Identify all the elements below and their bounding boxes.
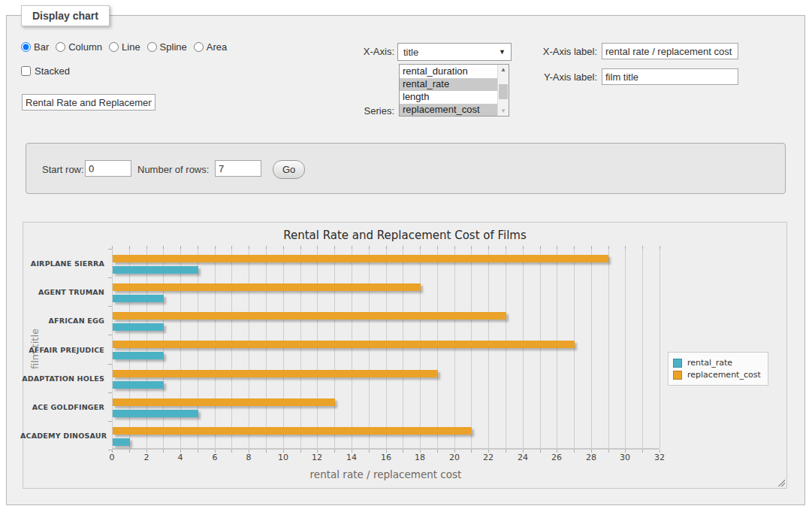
x-tick bbox=[352, 246, 352, 249]
x-tick bbox=[523, 246, 524, 249]
y-tick bbox=[108, 421, 112, 422]
chart-type-radio-area[interactable] bbox=[194, 42, 204, 52]
series-listbox[interactable]: rental_durationrental_ratelengthreplacem… bbox=[399, 64, 509, 117]
chart-type-radio-line[interactable] bbox=[109, 42, 119, 52]
replacement_cost-bar bbox=[113, 283, 421, 291]
chart-title-input[interactable] bbox=[22, 94, 155, 111]
stacked-checkbox-row[interactable]: Stacked bbox=[21, 65, 70, 77]
category-label: ADAPTATION HOLES bbox=[20, 374, 104, 383]
x-tick bbox=[334, 450, 335, 453]
scroll-down-icon[interactable]: ▼ bbox=[498, 106, 509, 116]
rental_rate-bar bbox=[113, 266, 198, 274]
rental_rate-bar bbox=[113, 381, 164, 389]
x-tick bbox=[180, 246, 181, 249]
stacked-label: Stacked bbox=[35, 65, 70, 77]
start-row-input[interactable] bbox=[85, 160, 131, 177]
x-tick-label: 16 bbox=[381, 453, 391, 462]
y-tick bbox=[108, 364, 112, 365]
gridline bbox=[146, 249, 147, 448]
series-option-replacement_cost[interactable]: replacement_cost bbox=[400, 104, 497, 117]
legend-item: replacement_cost bbox=[673, 370, 761, 380]
legend-label: rental_rate bbox=[687, 358, 732, 368]
gridline bbox=[231, 249, 232, 448]
x-tick bbox=[300, 450, 301, 453]
resize-handle-icon[interactable] bbox=[777, 478, 785, 486]
scroll-up-icon[interactable]: ▲ bbox=[498, 65, 509, 74]
x-tick-label: 12 bbox=[312, 453, 322, 462]
gridline bbox=[386, 249, 387, 448]
chart-type-radio-bar[interactable] bbox=[21, 42, 31, 52]
chart-type-radio-column[interactable] bbox=[56, 42, 65, 52]
gridline bbox=[266, 249, 267, 448]
x-tick bbox=[488, 246, 489, 249]
gridline bbox=[660, 249, 660, 448]
chart-type-option-label: Area bbox=[207, 41, 227, 53]
category-label: AFFAIR PREJUDICE bbox=[20, 346, 104, 354]
rental_rate-bar bbox=[113, 438, 130, 446]
series-option-rental_rate[interactable]: rental_rate bbox=[400, 78, 497, 91]
x-tick bbox=[249, 246, 249, 249]
x-tick bbox=[642, 246, 643, 249]
x-tick bbox=[437, 450, 438, 453]
gridline bbox=[471, 249, 472, 448]
listbox-scrollbar[interactable]: ▲ ▼ bbox=[497, 65, 509, 116]
x-tick bbox=[163, 450, 164, 453]
number-of-rows-input[interactable] bbox=[215, 160, 261, 177]
x-axis-selected-value: title bbox=[403, 47, 418, 58]
x-tick bbox=[266, 246, 267, 249]
y-axis-label-input[interactable] bbox=[602, 68, 738, 85]
x-axis-label-input[interactable] bbox=[602, 43, 738, 59]
series-option-length[interactable]: length bbox=[400, 91, 497, 104]
x-tick bbox=[574, 246, 575, 249]
gridline bbox=[557, 249, 557, 448]
x-tick bbox=[386, 246, 387, 249]
x-tick bbox=[403, 246, 403, 249]
y-tick bbox=[108, 277, 112, 278]
x-axis-select[interactable]: title ▼ bbox=[397, 43, 512, 61]
chart-type-option-column[interactable]: Column bbox=[56, 41, 102, 53]
chart-type-radio-group: BarColumnLineSplineArea bbox=[21, 41, 234, 53]
x-tick bbox=[198, 450, 198, 453]
category-label: AGENT TRUMAN bbox=[20, 288, 104, 296]
rental_rate-bar bbox=[113, 323, 164, 331]
gridline bbox=[215, 249, 216, 448]
chart-type-option-area[interactable]: Area bbox=[194, 41, 227, 53]
chart-title: Rental Rate and Replacement Cost of Film… bbox=[23, 229, 786, 242]
category-label: ACADEMY DINOSAUR bbox=[20, 432, 104, 440]
gridline bbox=[352, 249, 352, 448]
gridline bbox=[300, 249, 301, 448]
x-tick bbox=[300, 246, 301, 249]
chart-legend: rental_rate replacement_cost bbox=[668, 352, 768, 386]
rental-rate-swatch-icon bbox=[673, 359, 682, 368]
x-tick-label: 14 bbox=[346, 453, 357, 462]
x-tick bbox=[454, 246, 455, 249]
go-button[interactable]: Go bbox=[273, 160, 305, 179]
x-tick bbox=[369, 246, 370, 249]
stacked-checkbox[interactable] bbox=[21, 66, 31, 76]
x-tick bbox=[506, 246, 506, 249]
gridline bbox=[180, 249, 181, 448]
chart-type-option-bar[interactable]: Bar bbox=[21, 41, 49, 53]
chart-x-axis-title: rental rate / replacement cost bbox=[112, 468, 660, 480]
gridline bbox=[625, 249, 626, 448]
x-tick-label: 0 bbox=[110, 453, 115, 462]
chart-type-option-label: Line bbox=[122, 41, 140, 53]
y-tick bbox=[108, 392, 112, 393]
gridline bbox=[249, 249, 249, 448]
replacement_cost-bar bbox=[113, 370, 438, 377]
chart-type-option-line[interactable]: Line bbox=[109, 41, 140, 53]
rental_rate-bar bbox=[113, 410, 198, 417]
chart-type-radio-spline[interactable] bbox=[147, 42, 157, 52]
x-tick bbox=[215, 246, 216, 249]
x-tick-label: 24 bbox=[518, 453, 528, 462]
x-tick-label: 20 bbox=[449, 453, 460, 462]
series-option-rental_duration[interactable]: rental_duration bbox=[400, 65, 497, 78]
chart-type-option-spline[interactable]: Spline bbox=[147, 41, 187, 53]
gridline bbox=[317, 249, 318, 448]
gridline bbox=[163, 249, 164, 448]
rental_rate-bar bbox=[113, 352, 164, 359]
x-tick-label: 10 bbox=[278, 453, 288, 462]
category-label: AFRICAN EGG bbox=[20, 317, 104, 325]
replacement_cost-bar bbox=[113, 341, 575, 348]
scrollbar-thumb[interactable] bbox=[499, 84, 508, 99]
